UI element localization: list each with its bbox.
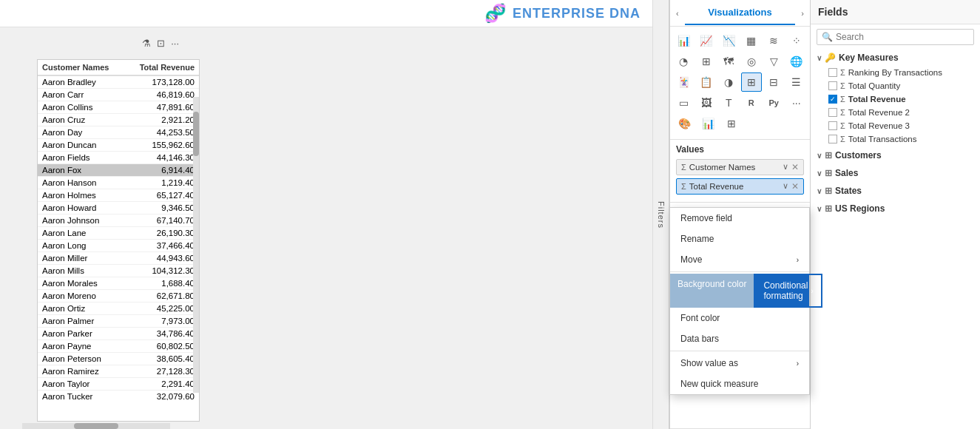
viz-table[interactable]: ⊞	[741, 72, 763, 92]
viz-bar-chart[interactable]: 📊	[673, 31, 695, 50]
viz-image[interactable]: 🖼	[696, 93, 717, 112]
viz-fields-icon[interactable]: ⊞	[720, 114, 743, 133]
table-row[interactable]: Aaron Fields44,146.30	[38, 152, 199, 164]
viz-kpi[interactable]: 📋	[696, 72, 717, 92]
viz-area-chart[interactable]: 📉	[718, 31, 740, 50]
checkbox-quantity[interactable]	[828, 81, 837, 90]
viz-more[interactable]: ···	[786, 93, 808, 112]
checkbox-revenue[interactable]	[828, 95, 837, 104]
col-header-customer[interactable]: Customer Names	[38, 60, 123, 75]
table-row[interactable]: Aaron Parker34,786.40	[38, 328, 199, 340]
table-row[interactable]: Aaron Carr46,819.60	[38, 89, 199, 101]
table-row[interactable]: Aaron Bradley173,128.00	[38, 75, 199, 89]
chip-dropdown-revenue[interactable]: ∨	[783, 181, 788, 192]
filter-icon[interactable]: ⚗	[142, 38, 151, 49]
tab-visualizations[interactable]: Visualizations	[685, 1, 796, 25]
viz-pie[interactable]: ◔	[673, 52, 695, 71]
viz-treemap[interactable]: ⊞	[696, 52, 717, 71]
checkbox-ranking[interactable]	[828, 68, 837, 77]
table-row[interactable]: Aaron Day44,253.50	[38, 126, 199, 139]
context-data-bars[interactable]: Data bars	[670, 328, 809, 349]
table-row[interactable]: Aaron Payne60,802.50	[38, 340, 199, 353]
table-row[interactable]: Aaron Cruz2,921.20	[38, 114, 199, 126]
panel-expand-arrow[interactable]: ›	[795, 9, 810, 18]
table-row[interactable]: Aaron Moreno62,671.80	[38, 290, 199, 303]
table-row[interactable]: Aaron Morales1,688.40	[38, 277, 199, 290]
checkbox-revenue2[interactable]	[828, 108, 837, 117]
fields-search-box[interactable]: 🔍	[817, 29, 974, 45]
chip-close-revenue[interactable]: ✕	[791, 181, 799, 192]
viz-funnel[interactable]: ▽	[763, 52, 785, 71]
viz-ribbon-chart[interactable]: ▦	[741, 31, 763, 50]
search-input[interactable]	[836, 32, 969, 42]
table-row[interactable]: Aaron Peterson38,605.40	[38, 353, 199, 365]
viz-card[interactable]: 🃏	[673, 72, 695, 92]
viz-globe[interactable]: 🌐	[786, 52, 808, 71]
field-total-revenue[interactable]: Σ Total Revenue	[811, 92, 980, 106]
field-chip-customer[interactable]: Σ Customer Names ∨ ✕	[676, 159, 804, 175]
checkbox-transactions[interactable]	[828, 135, 837, 143]
cell-revenue: 46,819.60	[123, 89, 199, 101]
viz-gauge[interactable]: ◑	[718, 72, 740, 92]
field-total-transactions[interactable]: Σ Total Transactions	[811, 132, 980, 146]
chip-dropdown-customer[interactable]: ∨	[783, 162, 788, 172]
table-row[interactable]: Aaron Mills104,312.30	[38, 265, 199, 277]
focus-icon[interactable]: ⊡	[157, 38, 165, 49]
viz-textbox[interactable]: T	[718, 93, 740, 112]
viz-format[interactable]: 🎨	[673, 114, 695, 133]
viz-matrix[interactable]: ⊟	[763, 72, 785, 92]
table-row[interactable]: Aaron Howard9,346.50	[38, 202, 199, 214]
vertical-scrollbar[interactable]	[193, 97, 199, 393]
viz-donut[interactable]: ◎	[741, 52, 763, 71]
context-remove-field[interactable]: Remove field	[670, 208, 809, 229]
field-total-revenue-3[interactable]: Σ Total Revenue 3	[811, 119, 980, 132]
col-header-revenue[interactable]: Total Revenue	[123, 60, 199, 75]
viz-map[interactable]: 🗺	[718, 52, 740, 71]
viz-analytics[interactable]: 📊	[697, 114, 719, 133]
table-row[interactable]: Aaron Johnson67,140.70	[38, 214, 199, 227]
table-row[interactable]: Aaron Duncan155,962.60	[38, 139, 199, 152]
table-row[interactable]: Aaron Palmer7,973.00	[38, 315, 199, 328]
context-rename[interactable]: Rename	[670, 229, 809, 249]
table-row[interactable]: Aaron Collins47,891.60	[38, 101, 199, 114]
table-row[interactable]: Aaron Taylor2,291.40	[38, 378, 199, 391]
viz-waterfall[interactable]: ≋	[763, 31, 785, 50]
panel-collapse-arrow[interactable]: ‹	[670, 9, 685, 18]
context-show-value[interactable]: Show value as ›	[670, 353, 809, 374]
table-row[interactable]: Aaron Lane26,190.30	[38, 227, 199, 240]
viz-python-visual[interactable]: Py	[763, 93, 785, 112]
table-row[interactable]: Aaron Tucker32,079.60	[38, 391, 199, 401]
filters-tab[interactable]: Filters	[652, 0, 669, 429]
horizontal-scrollbar[interactable]	[22, 423, 170, 429]
field-chip-revenue[interactable]: Σ Total Revenue ∨ ✕	[676, 178, 804, 195]
viz-line-chart[interactable]: 📈	[696, 31, 717, 50]
viz-shape[interactable]: ▭	[673, 93, 695, 112]
table-row[interactable]: Aaron Hanson1,219.40	[38, 177, 199, 189]
field-group-states-header[interactable]: ∨ ⊞ States	[811, 183, 980, 199]
table-row[interactable]: Aaron Holmes65,127.40	[38, 189, 199, 202]
checkbox-revenue3[interactable]	[828, 121, 837, 130]
context-font-color[interactable]: Font color	[670, 308, 809, 328]
field-group-key-measures-header[interactable]: ∨ 🔑 Key Measures	[811, 50, 980, 66]
viz-slicer[interactable]: ☰	[786, 72, 808, 92]
viz-r-visual[interactable]: R	[741, 93, 763, 112]
table-row[interactable]: Aaron Long37,466.40	[38, 240, 199, 252]
chip-close-customer[interactable]: ✕	[791, 162, 799, 172]
field-group-customers-header[interactable]: ∨ ⊞ Customers	[811, 147, 980, 163]
context-conditional-formatting[interactable]: Conditional formatting ›	[754, 274, 822, 308]
table-row[interactable]: Aaron Fox6,914.40	[38, 164, 199, 177]
table-row[interactable]: Aaron Miller44,943.60	[38, 252, 199, 265]
field-total-revenue-2[interactable]: Σ Total Revenue 2	[811, 106, 980, 119]
field-ranking-transactions[interactable]: Σ Ranking By Transactions	[811, 66, 980, 79]
viz-row-4: ▭ 🖼 T R Py ···	[673, 93, 807, 112]
context-move[interactable]: Move ›	[670, 249, 809, 270]
table-row[interactable]: Aaron Ramirez27,128.30	[38, 365, 199, 378]
field-group-us-regions-header[interactable]: ∨ ⊞ US Regions	[811, 200, 980, 217]
context-new-quick-measure[interactable]: New quick measure	[670, 374, 809, 394]
table-row[interactable]: Aaron Ortiz45,225.00	[38, 303, 199, 315]
viz-scatter[interactable]: ⁘	[786, 31, 808, 50]
context-background-color[interactable]: Background color	[670, 274, 754, 308]
more-icon[interactable]: ···	[171, 38, 179, 49]
field-group-sales-header[interactable]: ∨ ⊞ Sales	[811, 165, 980, 181]
field-total-quantity[interactable]: Σ Total Quantity	[811, 79, 980, 92]
